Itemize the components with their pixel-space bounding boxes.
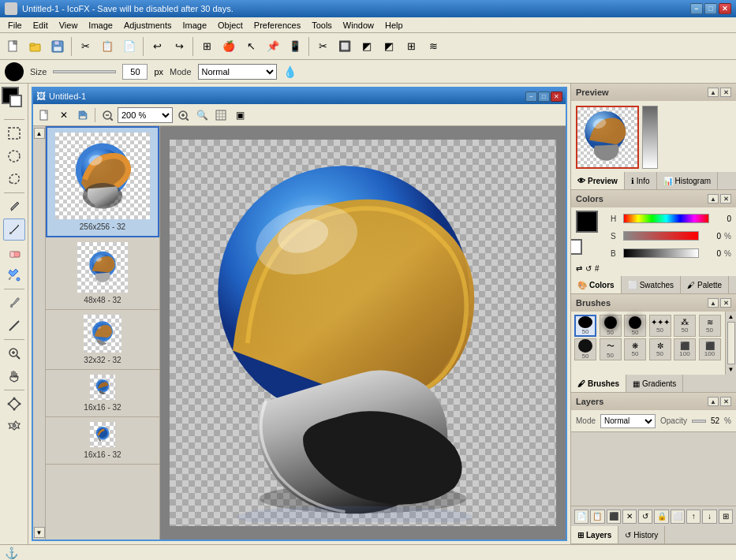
redo-button[interactable]: ↪	[169, 36, 189, 57]
layers-close[interactable]: ✕	[720, 397, 731, 406]
layers-opacity-slider[interactable]	[692, 420, 706, 423]
tool-line[interactable]	[3, 315, 25, 337]
brushes-scroll-thumb[interactable]	[727, 322, 735, 364]
menu-edit[interactable]: Edit	[28, 19, 53, 32]
reset-colors-icon[interactable]: ↺	[585, 264, 592, 273]
zoom-fit-button[interactable]: 🔍	[193, 106, 211, 124]
sat-slider[interactable]	[623, 231, 699, 241]
colors-close[interactable]: ✕	[720, 194, 731, 203]
tab-brushes[interactable]: 🖌 Brushes	[571, 375, 626, 392]
mdi-new-icon[interactable]	[36, 106, 54, 124]
tool-hand[interactable]	[3, 365, 25, 387]
mdi-maximize[interactable]: □	[538, 91, 550, 102]
thumbnail-256[interactable]: 256x256 - 32	[46, 126, 159, 237]
bri-slider[interactable]	[623, 248, 699, 258]
background-color[interactable]	[9, 95, 22, 107]
brush-50-grain[interactable]: ≋ 50	[699, 315, 721, 337]
brushes-arrow-up[interactable]: ▲	[708, 298, 719, 308]
tool-pencil[interactable]	[3, 196, 25, 218]
menu-object[interactable]: Object	[213, 19, 248, 32]
canvas-view-button[interactable]: ▣	[231, 106, 248, 124]
tool-fill[interactable]	[3, 264, 25, 286]
tab-history[interactable]: ↺ History	[618, 526, 665, 543]
minimize-button[interactable]: −	[690, 3, 703, 14]
open-button[interactable]	[25, 36, 46, 57]
table-button[interactable]: ⊞	[401, 36, 421, 57]
layers-reset-btn[interactable]: ↺	[638, 510, 652, 524]
tool-eraser[interactable]	[3, 241, 25, 263]
layers-down-btn[interactable]: ↓	[702, 510, 716, 524]
layers-lock-btn[interactable]: 🔒	[654, 510, 668, 524]
apple-button[interactable]: 🍎	[219, 36, 239, 57]
mdi-save-icon[interactable]	[74, 106, 92, 124]
menu-preferences[interactable]: Preferences	[249, 19, 305, 32]
tool-select-rect[interactable]	[3, 122, 25, 144]
brush-50-solid-black[interactable]: 50	[574, 338, 596, 360]
preview-close[interactable]: ✕	[720, 88, 731, 97]
paste-button[interactable]: 📄	[119, 36, 140, 57]
thumbnail-16[interactable]: 16x16 - 32	[46, 370, 159, 417]
save-button[interactable]	[47, 36, 68, 57]
color-selector[interactable]	[2, 87, 27, 115]
mdi-open-icon[interactable]: ✕	[55, 106, 73, 124]
cut-button[interactable]: ✂	[75, 36, 95, 57]
scroll-down-arrow[interactable]: ▼	[34, 527, 45, 538]
background-swatch[interactable]	[570, 239, 582, 255]
layers-stack-button[interactable]: ≋	[423, 36, 443, 57]
undo-button[interactable]: ↩	[147, 36, 167, 57]
close-button[interactable]: ✕	[719, 3, 731, 14]
layers-mode-select[interactable]: Normal Multiply Screen	[600, 414, 656, 428]
tool-select-ellipse[interactable]	[3, 145, 25, 167]
brush-50-hard[interactable]: 50	[574, 315, 596, 337]
tab-info[interactable]: ℹ Info	[625, 172, 657, 189]
tool-zoom[interactable]	[3, 342, 25, 364]
layers-merge-btn[interactable]: ⊞	[719, 510, 733, 524]
foreground-swatch[interactable]	[576, 211, 598, 233]
menu-help[interactable]: Help	[380, 19, 408, 32]
brush-50-rough[interactable]: ⁂ 50	[674, 315, 696, 337]
zoom-in-button[interactable]	[174, 106, 192, 124]
grid-button[interactable]: ⊞	[196, 36, 217, 57]
thumbnail-32[interactable]: 32x32 - 32	[46, 310, 159, 370]
pin-button[interactable]: 📌	[263, 36, 283, 57]
canvas-wrapper[interactable]	[160, 126, 566, 539]
menu-file[interactable]: File	[3, 19, 27, 32]
menu-image2[interactable]: Image	[177, 19, 211, 32]
mdi-minimize[interactable]: −	[525, 91, 537, 102]
brush-50-soft[interactable]: 50	[600, 315, 622, 337]
tool-transform[interactable]	[3, 393, 25, 415]
tab-colors[interactable]: 🎨 Colors	[571, 276, 622, 293]
hex-input-icon[interactable]: #	[595, 264, 600, 273]
tab-histogram[interactable]: 📊 Histogram	[657, 172, 719, 189]
brushes-scroll-down[interactable]: ▼	[728, 366, 734, 373]
menu-window[interactable]: Window	[338, 19, 379, 32]
layers-up-btn[interactable]: ↑	[686, 510, 701, 524]
brushes-close[interactable]: ✕	[720, 298, 731, 308]
brush-50-star[interactable]: ✼ 50	[649, 338, 671, 360]
cursor-button[interactable]: ↖	[241, 36, 261, 57]
layers-fill-btn[interactable]: ⬛	[607, 510, 621, 524]
brush-50-wavy[interactable]: 〜 50	[600, 338, 622, 360]
channel-button[interactable]: ◩	[357, 36, 377, 57]
tab-layers[interactable]: ⊞ Layers	[571, 526, 618, 543]
menu-adjustments[interactable]: Adjustments	[119, 19, 177, 32]
layers-arrow-up[interactable]: ▲	[708, 397, 719, 406]
scroll-up-arrow[interactable]: ▲	[34, 128, 45, 139]
tab-preview[interactable]: 👁 Preview	[571, 172, 625, 189]
size-slider[interactable]	[53, 70, 116, 73]
layers-duplicate-btn[interactable]: 📋	[590, 510, 604, 524]
tool-brush[interactable]	[3, 218, 25, 241]
size-input[interactable]	[122, 64, 148, 80]
thumbnail-16b[interactable]: 16x16 - 32	[46, 417, 159, 465]
colors-arrow-up[interactable]: ▲	[708, 194, 719, 203]
preview-arrow-up[interactable]: ▲	[708, 88, 719, 97]
brush-50-organic[interactable]: ❋ 50	[624, 338, 646, 360]
tab-palette[interactable]: 🖌 Palette	[681, 276, 729, 293]
copy-button[interactable]: 📋	[97, 36, 118, 57]
zoom-select[interactable]: 50 % 100 % 150 % 200 % 400 %	[118, 107, 173, 123]
new-button[interactable]	[3, 36, 24, 57]
brush-100-large[interactable]: ⬛ 100	[674, 338, 696, 360]
layers-new-btn[interactable]: 📄	[574, 510, 588, 524]
tab-gradients[interactable]: ▦ Gradients	[626, 375, 683, 392]
tab-swatches[interactable]: ⬜ Swatches	[622, 276, 681, 293]
